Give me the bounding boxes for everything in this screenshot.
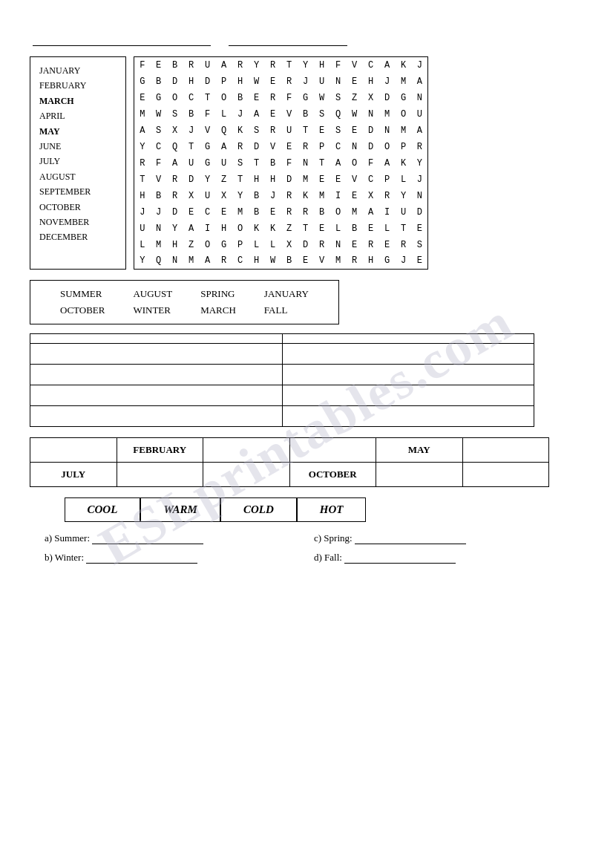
adjective-item: COLD [220,497,297,522]
grid-cell: O [396,106,412,123]
grid-cell: H [363,74,379,90]
grid-cell: S [330,123,347,139]
word-item: FALL [251,303,322,318]
section1-content: JANUARYFEBRUARYMARCHAPRILMAYJUNEJULYAUGU… [30,56,583,270]
month-cell[interactable] [203,438,290,463]
date-field[interactable] [229,34,347,46]
month-cell[interactable] [462,438,549,463]
grid-cell: E [363,221,379,237]
grid-cell: N [330,237,347,253]
grid-cell: O [167,90,183,106]
grid-cell: B [249,204,265,221]
grid-cell: Y [412,155,428,172]
grid-cell: A [249,106,265,123]
grid-cell: R [281,204,298,221]
grid-cell: O [330,204,347,221]
grid-cell: F [363,155,379,172]
months-header [282,334,534,344]
grid-cell: T [183,139,200,155]
seasons-cell[interactable] [30,365,283,385]
grid-cell: T [200,90,216,106]
grid-cell: R [412,139,428,155]
grid-cell: H [167,237,183,253]
grid-cell: X [216,188,232,204]
word-item: MARCH [187,303,249,318]
grid-cell: E [347,123,363,139]
grid-cell: N [363,106,379,123]
month-cell[interactable] [462,463,549,487]
grid-cell: G [379,253,396,270]
question-label: d) Fall: [314,552,342,563]
grid-cell: X [167,123,183,139]
grid-cell: E [134,90,151,106]
month-cell[interactable] [30,438,117,463]
months-cell[interactable] [282,406,534,427]
word-list-item: DECEMBER [39,229,117,244]
grid-cell: D [183,172,200,188]
grid-cell: W [314,90,330,106]
month-cell[interactable] [289,438,376,463]
seasons-cell[interactable] [30,385,283,406]
grid-cell: R [298,204,314,221]
month-cell[interactable] [376,463,463,487]
grid-cell: Y [396,188,412,204]
grid-cell: J [412,172,428,188]
grid-cell: R [216,253,232,270]
word-list-item: MAY [39,124,117,139]
grid-cell: Z [216,172,232,188]
section3: FEBRUARYMAYJULYOCTOBER [30,437,583,487]
grid-cell: S [232,155,249,172]
seasons-cell[interactable] [30,344,283,365]
answer-line[interactable] [86,552,197,564]
grid-cell: F [134,57,151,74]
grid-cell: K [396,155,412,172]
grid-cell: A [216,139,232,155]
grid-cell: M [396,74,412,90]
months-cell[interactable] [282,365,534,385]
seasons-cell[interactable] [30,406,283,427]
adjective-item: HOT [297,497,367,522]
grid-cell: X [363,188,379,204]
answer-line[interactable] [355,533,466,544]
word-list-item: OCTOBER [39,200,117,215]
grid-cell: D [363,139,379,155]
grid-cell: B [265,155,281,172]
grid-cell: U [412,106,428,123]
grid-cell: K [265,221,281,237]
grid-cell: V [281,106,298,123]
grid-cell: D [249,139,265,155]
grid-cell: A [183,221,200,237]
answer-line[interactable] [344,552,456,564]
grid-cell: A [412,123,428,139]
question-row: c) Spring: [314,532,583,544]
grid-cell: L [330,221,347,237]
month-cell[interactable] [203,463,290,487]
grid-cell: L [216,106,232,123]
months-cell[interactable] [282,344,534,365]
grid-cell: M [314,188,330,204]
word-list-item: FEBRUARY [39,78,117,93]
grid-cell: T [249,155,265,172]
grid-cell: U [216,155,232,172]
grid-cell: U [200,57,216,74]
grid-cell: N [330,74,347,90]
months-cell[interactable] [282,385,534,406]
question-label: c) Spring: [314,532,353,544]
month-cell[interactable] [117,463,203,487]
grid-cell: R [265,57,281,74]
grid-cell: M [183,253,200,270]
grid-cell: E [314,123,330,139]
word-list-item: NOVEMBER [39,215,117,229]
question-label: b) Winter: [45,552,84,563]
grid-cell: E [281,139,298,155]
grid-cell: H [232,74,249,90]
grid-cell: D [281,172,298,188]
grid-cell: T [396,221,412,237]
grid-cell: T [232,172,249,188]
answer-line[interactable] [92,533,203,544]
grid-cell: K [232,123,249,139]
name-field[interactable] [33,34,211,46]
grid-cell: A [412,74,428,90]
grid-cell: R [232,139,249,155]
grid-cell: B [298,106,314,123]
